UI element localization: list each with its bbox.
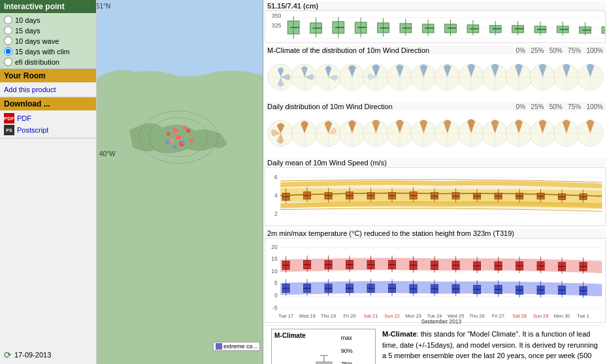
pdf-download-item: PDF PDF xyxy=(4,113,92,124)
sidebar-title: Interactive point xyxy=(0,0,96,13)
precip-chart: 350 325 xyxy=(265,10,606,43)
add-product-container: Add this product xyxy=(0,82,96,97)
your-room-section: Your Room xyxy=(0,69,96,82)
wind-speed-svg: 6 4 2 xyxy=(265,168,605,227)
radio-15days-clim[interactable]: 15 days with clim xyxy=(4,47,92,56)
svg-point-4 xyxy=(176,135,181,140)
svg-point-1 xyxy=(172,128,178,133)
svg-point-9 xyxy=(165,141,169,144)
legend-labels: max 90% 75% median 25% 10% min xyxy=(341,332,361,364)
download-section: Download ... xyxy=(0,97,96,110)
svg-text:-5: -5 xyxy=(272,305,278,311)
radio-group: 10 days 15 days 10 days wave 15 days wit… xyxy=(0,13,96,69)
svg-text:Thu 19: Thu 19 xyxy=(321,313,336,319)
legend-chart: M-Climate max xyxy=(271,329,376,364)
precip-svg: 350 325 xyxy=(265,11,605,43)
svg-text:Sun 22: Sun 22 xyxy=(384,313,399,319)
svg-text:September 2013: September 2013 xyxy=(421,318,461,323)
radio-15days[interactable]: 15 days xyxy=(4,26,92,35)
svg-text:20: 20 xyxy=(271,244,278,250)
svg-text:Sun 29: Sun 29 xyxy=(533,313,548,319)
svg-point-10 xyxy=(173,145,177,149)
svg-text:Mon 23: Mon 23 xyxy=(405,313,421,319)
temperature-title: 2m min/max temperature (°C) reduced to t… xyxy=(267,229,514,237)
svg-text:Thu 26: Thu 26 xyxy=(470,313,485,319)
wind-dir-mclim-section: M-Climate of the distribution of 10m Win… xyxy=(265,46,606,99)
svg-text:Fri 20: Fri 20 xyxy=(344,313,356,319)
extreme-co-badge: extreme co... xyxy=(213,342,260,351)
sidebar: Interactive point 10 days 15 days 10 day… xyxy=(0,0,97,364)
temperature-svg: 20 15 10 5 0 -5 xyxy=(265,239,605,323)
wind-roses-mclim-svg xyxy=(265,56,606,99)
svg-point-11 xyxy=(181,141,185,144)
map-container: 51°N 40°W extreme co... xyxy=(97,0,263,364)
ps-download-item: PS Postscript xyxy=(4,125,92,135)
wind-dir-mclim-title: M-Climate of the distribution of 10m Win… xyxy=(267,46,429,54)
radio-10days-wave[interactable]: 10 days wave xyxy=(4,37,92,45)
svg-text:350: 350 xyxy=(272,12,282,19)
wind-roses-daily-svg xyxy=(265,112,606,155)
svg-text:Tue 1: Tue 1 xyxy=(577,313,589,319)
legend-description-title: M-Climate xyxy=(382,330,417,338)
svg-text:Fri 27: Fri 27 xyxy=(492,313,504,319)
precip-section: 51.15/7.41 (cm) 350 325 xyxy=(265,1,606,43)
map-panel: 51°N 40°W extreme co... xyxy=(97,0,263,364)
wind-dir-daily-section: Daily distribution of 10m Wind Direction… xyxy=(265,102,606,156)
wind-speed-section: Daily mean of 10m Wind Speed (m/s) 6 4 2 xyxy=(265,158,606,226)
svg-point-3 xyxy=(167,132,171,136)
pdf-download-link[interactable]: PDF xyxy=(17,114,31,122)
svg-text:2: 2 xyxy=(274,210,278,217)
svg-text:10: 10 xyxy=(271,268,278,274)
legend-description: M-Climate: this stands for "Model Climat… xyxy=(382,329,599,364)
wind-speed-chart: 6 4 2 xyxy=(265,167,606,226)
svg-point-2 xyxy=(183,125,187,129)
svg-text:325: 325 xyxy=(272,22,282,29)
add-product-link[interactable]: Add this product xyxy=(4,86,56,93)
radio-efi[interactable]: efi distribution xyxy=(4,58,92,66)
wind-speed-header: Daily mean of 10m Wind Speed (m/s) xyxy=(265,158,606,167)
precip-title: 51.15/7.41 (cm) xyxy=(267,2,318,10)
svg-point-8 xyxy=(189,139,193,142)
map-coord-lat: 51°N xyxy=(97,3,110,10)
svg-text:5: 5 xyxy=(274,280,278,287)
wind-dir-daily-title: Daily distribution of 10m Wind Direction xyxy=(267,103,393,110)
wind-dir-mclim-pct: 0% 25% 50% 75% 100% xyxy=(516,47,603,54)
extreme-co-label: extreme co... xyxy=(223,343,257,350)
svg-text:Mon 30: Mon 30 xyxy=(554,313,570,319)
wind-roses-mclim-row xyxy=(265,55,606,99)
download-links-container: PDF PDF PS Postscript xyxy=(0,110,96,139)
charts-panel[interactable]: 51.15/7.41 (cm) 350 325 xyxy=(263,0,607,364)
radio-10days[interactable]: 10 days xyxy=(4,16,92,24)
svg-point-5 xyxy=(186,129,190,133)
calendar-icon: ⟳ xyxy=(4,350,12,360)
svg-text:4: 4 xyxy=(274,192,278,199)
date-label: 17-09-2013 xyxy=(14,351,51,359)
ps-download-link[interactable]: Postscript xyxy=(17,126,48,134)
legend-diagram-svg xyxy=(311,354,337,364)
wind-roses-daily-row xyxy=(265,111,606,156)
svg-text:15: 15 xyxy=(271,256,278,262)
svg-text:Sat 21: Sat 21 xyxy=(364,313,378,319)
wind-dir-mclim-header: M-Climate of the distribution of 10m Win… xyxy=(265,46,606,55)
wind-dir-daily-header: Daily distribution of 10m Wind Direction… xyxy=(265,102,606,111)
svg-text:0: 0 xyxy=(274,292,278,299)
map-coord-lon: 40°W xyxy=(99,150,116,157)
svg-text:6: 6 xyxy=(274,174,278,180)
legend-section: M-Climate max xyxy=(265,325,606,364)
svg-point-6 xyxy=(170,139,174,142)
svg-text:Sat 28: Sat 28 xyxy=(512,313,526,319)
pdf-icon: PDF xyxy=(4,113,14,124)
wind-speed-title: Daily mean of 10m Wind Speed (m/s) xyxy=(267,159,387,167)
precip-header: 51.15/7.41 (cm) xyxy=(265,1,606,10)
svg-text:Wed 18: Wed 18 xyxy=(299,313,315,319)
temperature-section: 2m min/max temperature (°C) reduced to t… xyxy=(265,229,606,323)
legend-title-col: M-Climate xyxy=(274,332,306,364)
date-section: ⟳ 17-09-2013 xyxy=(0,346,96,364)
ps-icon: PS xyxy=(4,125,14,135)
map-svg xyxy=(97,0,263,364)
svg-text:Tue 17: Tue 17 xyxy=(278,313,293,319)
legend-diagram: max 90% 75% median 25% 10% min xyxy=(311,332,361,364)
legend-box: M-Climate max xyxy=(271,329,376,364)
temperature-chart: 20 15 10 5 0 -5 xyxy=(265,238,606,323)
temperature-header: 2m min/max temperature (°C) reduced to t… xyxy=(265,229,606,238)
